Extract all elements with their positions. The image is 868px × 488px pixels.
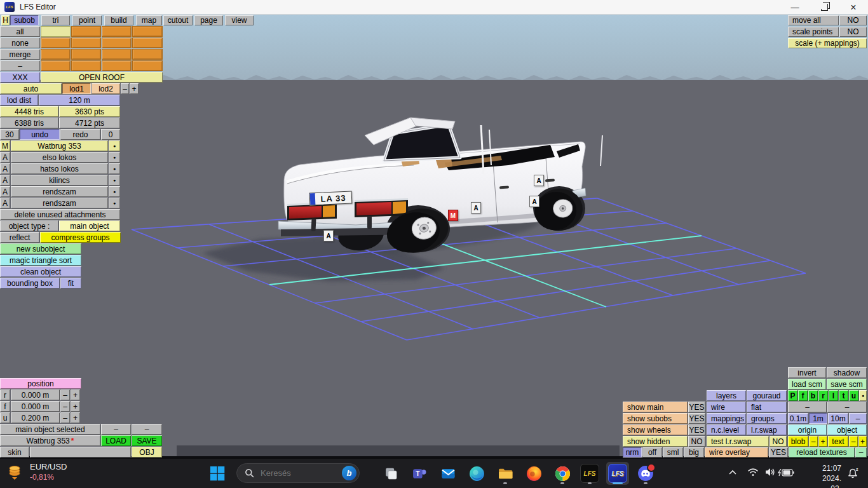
subob-grid-cell[interactable] — [132, 26, 163, 37]
magic-triangle-sort-button[interactable]: magic triangle sort — [0, 255, 81, 266]
edge-button[interactable] — [465, 462, 488, 485]
attachment-dot[interactable]: ● — [109, 152, 120, 163]
file-dash-button[interactable]: – — [132, 424, 162, 435]
test-lr-swap-value[interactable]: NO — [770, 436, 787, 447]
menu-tab-view[interactable]: view — [225, 15, 254, 25]
move-all-value[interactable]: NO — [839, 15, 867, 25]
start-button[interactable] — [206, 462, 229, 485]
file-explorer-button[interactable] — [494, 462, 517, 485]
attachment-marker[interactable]: A — [529, 196, 539, 207]
merge-button[interactable]: merge — [0, 49, 40, 60]
attachment-dot[interactable]: ● — [109, 198, 120, 208]
lod-plus-button[interactable]: + — [130, 83, 139, 94]
chrome-button[interactable] — [551, 462, 574, 485]
open-roof-button[interactable]: OPEN ROOF — [41, 72, 163, 83]
layers-button[interactable]: layers — [707, 390, 746, 401]
scale-mappings-button[interactable]: scale (+ mappings) — [788, 38, 867, 48]
lod-auto-button[interactable]: auto — [0, 83, 62, 94]
reflect-button[interactable]: reflect — [0, 232, 39, 243]
show-main-value[interactable]: YES — [688, 402, 705, 412]
grid-dash-button[interactable]: – — [849, 413, 867, 424]
bing-icon[interactable]: b — [342, 466, 356, 480]
subob-grid-cell-selected[interactable] — [41, 26, 71, 37]
render-dash-button[interactable]: – — [827, 402, 867, 412]
nc-level-button[interactable]: n.c.level — [707, 424, 746, 435]
clean-object-button[interactable]: clean object — [0, 266, 81, 277]
lfs-button[interactable]: LFS — [578, 462, 601, 485]
subob-grid-cell[interactable] — [102, 60, 132, 71]
invert-button[interactable]: invert — [788, 367, 826, 378]
bounding-box-fit-button[interactable]: fit — [60, 278, 81, 288]
axis-f-minus[interactable]: – — [60, 401, 70, 412]
subob-grid-cell[interactable] — [132, 49, 163, 60]
attachment-prefix[interactable]: A — [0, 175, 10, 186]
channel-b-button[interactable]: b — [808, 390, 818, 401]
wire-overlay-button[interactable]: wire overlay — [705, 447, 768, 458]
text-plus-button[interactable]: + — [858, 436, 867, 447]
subob-grid-cell[interactable] — [102, 26, 132, 37]
origin-button[interactable]: origin — [788, 424, 827, 435]
save-button[interactable]: SAVE — [132, 435, 162, 446]
scale-points-value[interactable]: NO — [839, 27, 867, 37]
attachment-name[interactable]: hatso lokos — [11, 163, 108, 174]
attachment-name[interactable]: rendszam — [11, 198, 108, 208]
new-subobject-button[interactable]: new subobject — [0, 243, 81, 254]
main-object-name[interactable]: Watbrug 353 — [11, 140, 108, 151]
grid-1m-button[interactable]: 1m — [809, 413, 827, 424]
object-type-value[interactable]: main object — [59, 220, 120, 231]
channel-u-button[interactable]: u — [849, 390, 858, 401]
wifi-icon[interactable] — [747, 468, 759, 477]
axis-r-value[interactable]: 0.000 m — [11, 390, 60, 400]
subob-grid-cell[interactable] — [102, 37, 132, 48]
show-wheels-button[interactable]: show wheels — [623, 424, 688, 435]
show-subobs-button[interactable]: show subobs — [623, 413, 688, 424]
menu-tab-page[interactable]: page — [194, 15, 223, 25]
discord-button[interactable] — [634, 462, 657, 485]
subob-grid-cell[interactable] — [71, 26, 101, 37]
main-object-marker[interactable]: M — [448, 210, 458, 221]
menu-tab-subob[interactable]: subob — [10, 15, 39, 25]
subob-grid-cell[interactable] — [71, 60, 101, 71]
save-scm-button[interactable]: save scm — [827, 379, 867, 390]
search-input[interactable] — [259, 468, 337, 478]
attachment-prefix[interactable]: A — [0, 163, 10, 174]
text-minus-button[interactable]: – — [849, 436, 858, 447]
attachment-name[interactable]: elso lokos — [11, 152, 108, 163]
lod1-button[interactable]: lod1 — [62, 83, 91, 94]
axis-u-minus[interactable]: – — [60, 412, 70, 423]
channel-r-button[interactable]: r — [818, 390, 828, 401]
skin-value[interactable] — [30, 447, 131, 458]
axis-f-value[interactable]: 0.000 m — [11, 401, 60, 412]
close-button[interactable]: × — [839, 0, 868, 15]
attachment-marker[interactable]: A — [534, 175, 544, 186]
load-scm-button[interactable]: load scm — [788, 379, 826, 390]
select-none-button[interactable]: none — [0, 37, 40, 48]
attachment-prefix[interactable]: A — [0, 152, 10, 163]
lr-swap-button[interactable]: l.r.swap — [747, 424, 787, 435]
lfs-editor-button-active[interactable]: LFS — [606, 462, 629, 485]
nrm-off-button[interactable]: off — [642, 447, 662, 458]
menu-tab-tri[interactable]: tri — [41, 15, 70, 25]
test-lr-swap-button[interactable]: test l.r.swap — [707, 436, 769, 447]
subob-grid-cell[interactable] — [71, 37, 101, 48]
taskbar-search[interactable]: b — [236, 463, 360, 483]
position-title[interactable]: position — [0, 378, 81, 389]
channel-t-button[interactable]: t — [839, 390, 848, 401]
wire-button[interactable]: wire — [707, 402, 746, 412]
show-wheels-value[interactable]: YES — [688, 424, 705, 435]
lod-dist-value[interactable]: 120 m — [39, 95, 120, 105]
attachment-marker[interactable]: A — [471, 202, 481, 214]
show-subobs-value[interactable]: YES — [688, 413, 705, 424]
vehicle-file-name[interactable]: Watbrug 353* — [0, 435, 100, 446]
bounding-box-button[interactable]: bounding box — [0, 278, 60, 288]
menu-tab-h[interactable]: H — [1, 15, 10, 25]
channel-l-button[interactable]: l — [829, 390, 838, 401]
select-all-button[interactable]: all — [0, 26, 40, 37]
channel-f-button[interactable]: f — [798, 390, 808, 401]
minimize-button[interactable]: — — [780, 0, 810, 15]
nrm-button[interactable]: nrm — [623, 447, 642, 458]
load-button[interactable]: LOAD — [101, 435, 131, 446]
subob-grid-cell[interactable] — [41, 37, 71, 48]
reload-textures-dash[interactable]: – — [855, 447, 867, 458]
compress-groups-button[interactable]: compress groups — [40, 232, 121, 243]
